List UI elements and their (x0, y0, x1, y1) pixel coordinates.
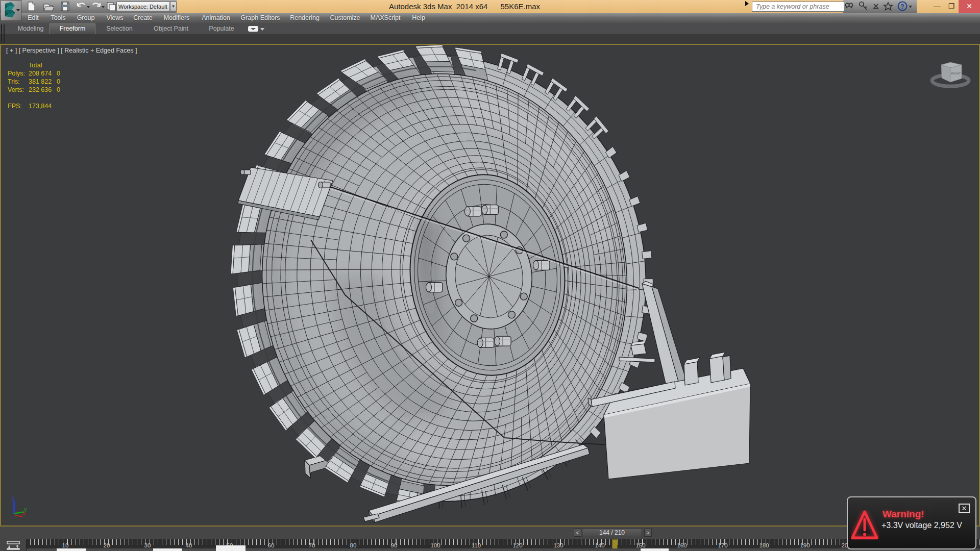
svg-text:?: ? (900, 3, 904, 10)
